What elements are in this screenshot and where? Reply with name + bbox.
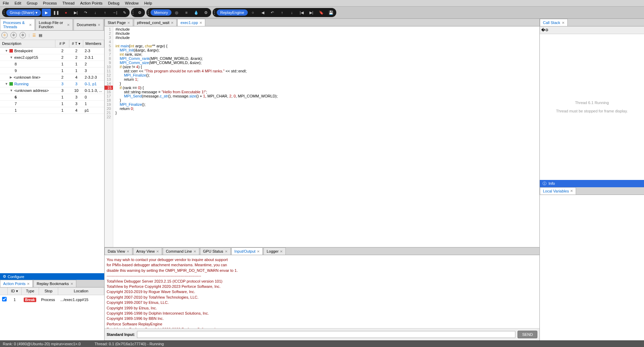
tab-lookup[interactable]: Lookup File or Function✕ xyxy=(36,19,73,30)
close-icon[interactable]: ✕ xyxy=(193,250,196,253)
close-icon[interactable]: ✕ xyxy=(225,250,228,253)
close-icon[interactable]: ✕ xyxy=(127,21,130,25)
close-icon[interactable]: ✕ xyxy=(156,250,159,253)
tab-local-variables[interactable]: Local Variables✕ xyxy=(540,187,576,195)
tab-pthread[interactable]: pthread_cond_wait✕ xyxy=(134,19,177,26)
record-icon[interactable]: ● xyxy=(61,9,70,16)
col-location[interactable]: Location xyxy=(58,287,104,295)
tab-documents[interactable]: Documents✕ xyxy=(74,19,104,30)
skip-back-icon[interactable]: |◀ xyxy=(297,9,306,16)
menu-debug[interactable]: Debug xyxy=(108,1,119,5)
list-view-icon[interactable]: ☰ xyxy=(32,33,36,38)
process-row[interactable]: ▶<unknown line>242-3.2-3 xyxy=(0,74,104,81)
close-icon[interactable]: ✕ xyxy=(127,250,129,253)
col-id[interactable]: ID ▾ xyxy=(8,287,22,295)
menu-process[interactable]: Process xyxy=(43,1,57,5)
save-icon[interactable]: 💾 xyxy=(327,9,336,16)
menu-edit[interactable]: Edit xyxy=(15,1,21,5)
circle-icon[interactable]: ○ xyxy=(248,9,258,16)
pause-icon[interactable]: ❚❚ xyxy=(52,9,61,16)
process-row[interactable]: ▼<unknown address>3100-1.1-3, ... xyxy=(0,87,104,94)
tab-action-points[interactable]: Action Points✕ xyxy=(0,280,33,287)
tab-data-view[interactable]: Data View✕ xyxy=(105,247,132,255)
action-point-row[interactable]: 1 Break Process .../exec1.cpp#15 xyxy=(0,295,104,304)
up-icon[interactable]: ↑ xyxy=(278,9,287,16)
memory-button[interactable]: Memory xyxy=(151,9,171,16)
grid-view-icon[interactable]: ▤ xyxy=(39,33,42,38)
skip-fwd-icon[interactable]: ▶| xyxy=(307,9,316,16)
process-row[interactable]: 6130 xyxy=(0,94,104,101)
close-icon[interactable]: ✕ xyxy=(199,21,202,25)
close-icon[interactable]: ✕ xyxy=(27,282,30,286)
menu-group[interactable]: Group xyxy=(27,1,38,5)
menu-window[interactable]: Window xyxy=(125,1,139,5)
menu-help[interactable]: Help xyxy=(144,1,152,5)
menu-thread[interactable]: Thread xyxy=(62,1,75,5)
step-out-icon[interactable]: ↑ xyxy=(100,9,109,16)
step-into-icon[interactable]: ↓ xyxy=(91,9,100,16)
close-icon[interactable]: ✕ xyxy=(171,21,174,25)
close-icon[interactable]: ✕ xyxy=(257,250,260,253)
target-icon[interactable]: ◎ xyxy=(172,9,181,16)
process-tree: ▼Breakpoint222-3▼exec2.cpp#15222-3.18112… xyxy=(0,48,104,273)
callstack-body: Thread 6.1 Running Thread must be stoppe… xyxy=(540,34,644,180)
close-icon[interactable]: ✕ xyxy=(67,23,70,27)
tab-array-view[interactable]: Array View✕ xyxy=(133,247,162,255)
col-description[interactable]: Description xyxy=(0,40,55,47)
num1-icon[interactable]: ① xyxy=(1,32,8,38)
process-row[interactable]: ▼Running330-1, p1 xyxy=(0,81,104,87)
num3-icon[interactable]: ③ xyxy=(20,32,26,38)
send-button[interactable]: SEND xyxy=(518,331,537,338)
tab-call-stack[interactable]: Call Stack✕ xyxy=(540,19,568,26)
back-icon[interactable]: ◀ xyxy=(258,9,267,16)
edit-icon[interactable]: ✎ xyxy=(120,9,129,16)
down-icon[interactable]: ↓ xyxy=(288,9,297,16)
close-icon[interactable]: ✕ xyxy=(570,189,573,193)
col-members[interactable]: Members xyxy=(83,40,104,47)
tab-input-output[interactable]: Input/Output✕ xyxy=(231,247,263,255)
tab-processes-threads[interactable]: Processes & Threads✕ xyxy=(0,19,35,30)
process-row[interactable]: ▼exec2.cpp#15222-3.1 xyxy=(0,54,104,61)
tab-logger[interactable]: Logger✕ xyxy=(263,247,286,255)
bookmark-icon[interactable]: 🔖 xyxy=(317,9,326,16)
settings-icon[interactable]: ⚙ xyxy=(201,9,210,16)
process-row[interactable]: 8112 xyxy=(0,61,104,68)
menu-file[interactable]: File xyxy=(3,1,9,5)
close-icon[interactable]: ✕ xyxy=(280,250,283,253)
code-editor[interactable]: 12345678910111213141516171819202122 #inc… xyxy=(105,26,539,247)
tab-command-line[interactable]: Command Line✕ xyxy=(163,247,199,255)
close-icon[interactable]: ✕ xyxy=(70,282,73,286)
play-icon[interactable]: ▶ xyxy=(42,9,51,16)
close-icon[interactable]: ✕ xyxy=(98,23,100,27)
ap-checkbox[interactable] xyxy=(2,297,7,301)
step-over-icon[interactable]: ↷ xyxy=(81,9,90,16)
run-to-icon[interactable]: →| xyxy=(110,9,119,16)
process-row[interactable]: 114p1 xyxy=(0,107,104,114)
gear-icon[interactable]: ⚙ xyxy=(135,9,144,16)
menu-action-points[interactable]: Action Points xyxy=(80,1,102,5)
tab-start-page[interactable]: Start Page✕ xyxy=(105,19,133,26)
col-stop[interactable]: Stop xyxy=(39,287,58,295)
info-button[interactable]: ⓘ Info xyxy=(540,180,644,187)
process-row[interactable]: ▼Breakpoint222-3 xyxy=(0,48,104,54)
process-row[interactable]: 7131 xyxy=(0,101,104,107)
close-icon[interactable]: ✕ xyxy=(29,23,32,27)
stdin-input[interactable] xyxy=(137,331,515,338)
close-icon[interactable]: ✕ xyxy=(562,21,565,25)
step-icon[interactable]: ▶| xyxy=(71,9,80,16)
group-share-dropdown[interactable]: Group (Share) ▾ xyxy=(6,9,41,16)
col-type[interactable]: Type xyxy=(22,287,39,295)
rewind-step-icon[interactable]: ↶ xyxy=(268,9,277,16)
filter-icon[interactable]: �⯐ xyxy=(541,28,549,32)
tab-exec1[interactable]: exec1.cpp✕ xyxy=(177,19,205,26)
tab-replay-bookmarks[interactable]: Replay Bookmarks✕ xyxy=(33,280,76,287)
configure-button[interactable]: ⚙ Configure xyxy=(0,273,104,280)
layers-icon[interactable]: ≡ xyxy=(182,9,191,16)
num2-icon[interactable]: ② xyxy=(10,32,17,38)
process-row[interactable]: 9113 xyxy=(0,68,104,74)
col-num-t[interactable]: # T ▾ xyxy=(69,40,83,47)
replay-engine-button[interactable]: ReplayEngine xyxy=(217,9,248,16)
drop-icon[interactable]: 💧 xyxy=(192,9,201,16)
col-num-p[interactable]: # P xyxy=(55,40,69,47)
tab-gpu-status[interactable]: GPU Status✕ xyxy=(200,247,231,255)
